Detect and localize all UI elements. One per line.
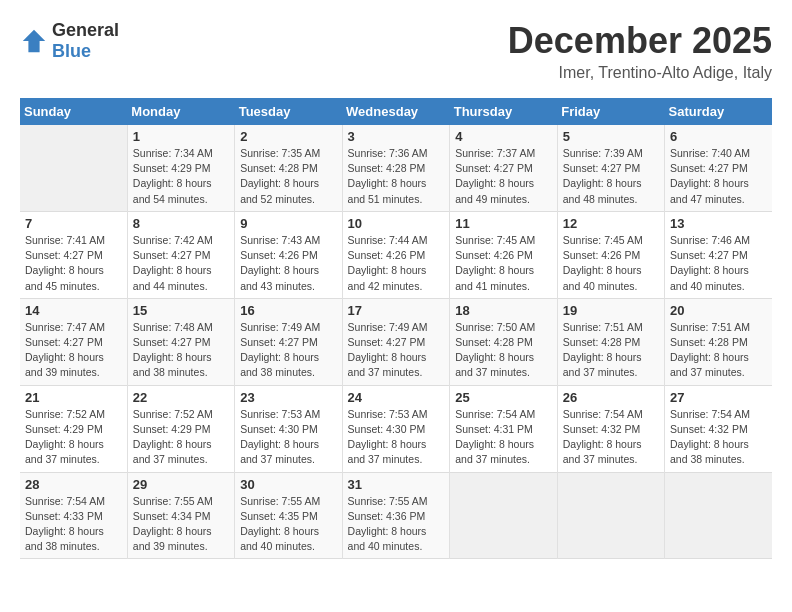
day-number: 13 — [670, 216, 767, 231]
calendar-cell — [557, 472, 664, 559]
day-number: 15 — [133, 303, 229, 318]
calendar-cell: 8Sunrise: 7:42 AM Sunset: 4:27 PM Daylig… — [127, 211, 234, 298]
day-info: Sunrise: 7:51 AM Sunset: 4:28 PM Dayligh… — [563, 320, 659, 381]
day-number: 21 — [25, 390, 122, 405]
day-number: 8 — [133, 216, 229, 231]
calendar-cell: 20Sunrise: 7:51 AM Sunset: 4:28 PM Dayli… — [665, 298, 773, 385]
day-number: 9 — [240, 216, 336, 231]
calendar-cell: 11Sunrise: 7:45 AM Sunset: 4:26 PM Dayli… — [450, 211, 557, 298]
calendar-week-row: 28Sunrise: 7:54 AM Sunset: 4:33 PM Dayli… — [20, 472, 772, 559]
calendar-cell: 18Sunrise: 7:50 AM Sunset: 4:28 PM Dayli… — [450, 298, 557, 385]
day-number: 12 — [563, 216, 659, 231]
col-saturday: Saturday — [665, 98, 773, 125]
logo-text-blue: Blue — [52, 41, 91, 61]
day-info: Sunrise: 7:34 AM Sunset: 4:29 PM Dayligh… — [133, 146, 229, 207]
day-info: Sunrise: 7:47 AM Sunset: 4:27 PM Dayligh… — [25, 320, 122, 381]
calendar-cell: 6Sunrise: 7:40 AM Sunset: 4:27 PM Daylig… — [665, 125, 773, 211]
col-tuesday: Tuesday — [235, 98, 342, 125]
calendar-cell: 22Sunrise: 7:52 AM Sunset: 4:29 PM Dayli… — [127, 385, 234, 472]
day-info: Sunrise: 7:53 AM Sunset: 4:30 PM Dayligh… — [348, 407, 445, 468]
day-number: 20 — [670, 303, 767, 318]
day-info: Sunrise: 7:37 AM Sunset: 4:27 PM Dayligh… — [455, 146, 551, 207]
calendar-cell: 2Sunrise: 7:35 AM Sunset: 4:28 PM Daylig… — [235, 125, 342, 211]
day-number: 5 — [563, 129, 659, 144]
day-info: Sunrise: 7:55 AM Sunset: 4:34 PM Dayligh… — [133, 494, 229, 555]
day-info: Sunrise: 7:42 AM Sunset: 4:27 PM Dayligh… — [133, 233, 229, 294]
col-sunday: Sunday — [20, 98, 127, 125]
location-subtitle: Imer, Trentino-Alto Adige, Italy — [508, 64, 772, 82]
day-info: Sunrise: 7:55 AM Sunset: 4:36 PM Dayligh… — [348, 494, 445, 555]
calendar-cell: 29Sunrise: 7:55 AM Sunset: 4:34 PM Dayli… — [127, 472, 234, 559]
day-info: Sunrise: 7:52 AM Sunset: 4:29 PM Dayligh… — [25, 407, 122, 468]
calendar-cell — [450, 472, 557, 559]
day-number: 11 — [455, 216, 551, 231]
calendar-table: Sunday Monday Tuesday Wednesday Thursday… — [20, 98, 772, 559]
calendar-cell: 14Sunrise: 7:47 AM Sunset: 4:27 PM Dayli… — [20, 298, 127, 385]
day-info: Sunrise: 7:48 AM Sunset: 4:27 PM Dayligh… — [133, 320, 229, 381]
calendar-cell: 13Sunrise: 7:46 AM Sunset: 4:27 PM Dayli… — [665, 211, 773, 298]
calendar-cell: 31Sunrise: 7:55 AM Sunset: 4:36 PM Dayli… — [342, 472, 450, 559]
calendar-cell: 3Sunrise: 7:36 AM Sunset: 4:28 PM Daylig… — [342, 125, 450, 211]
calendar-cell: 16Sunrise: 7:49 AM Sunset: 4:27 PM Dayli… — [235, 298, 342, 385]
calendar-cell: 30Sunrise: 7:55 AM Sunset: 4:35 PM Dayli… — [235, 472, 342, 559]
calendar-cell: 28Sunrise: 7:54 AM Sunset: 4:33 PM Dayli… — [20, 472, 127, 559]
calendar-cell: 26Sunrise: 7:54 AM Sunset: 4:32 PM Dayli… — [557, 385, 664, 472]
logo-icon — [20, 27, 48, 55]
svg-marker-0 — [23, 30, 45, 52]
day-number: 19 — [563, 303, 659, 318]
calendar-cell: 4Sunrise: 7:37 AM Sunset: 4:27 PM Daylig… — [450, 125, 557, 211]
calendar-week-row: 1Sunrise: 7:34 AM Sunset: 4:29 PM Daylig… — [20, 125, 772, 211]
day-info: Sunrise: 7:46 AM Sunset: 4:27 PM Dayligh… — [670, 233, 767, 294]
calendar-week-row: 21Sunrise: 7:52 AM Sunset: 4:29 PM Dayli… — [20, 385, 772, 472]
calendar-cell: 21Sunrise: 7:52 AM Sunset: 4:29 PM Dayli… — [20, 385, 127, 472]
page-header: General Blue December 2025 Imer, Trentin… — [20, 20, 772, 82]
day-info: Sunrise: 7:44 AM Sunset: 4:26 PM Dayligh… — [348, 233, 445, 294]
col-wednesday: Wednesday — [342, 98, 450, 125]
calendar-cell: 1Sunrise: 7:34 AM Sunset: 4:29 PM Daylig… — [127, 125, 234, 211]
day-number: 28 — [25, 477, 122, 492]
day-number: 4 — [455, 129, 551, 144]
day-info: Sunrise: 7:49 AM Sunset: 4:27 PM Dayligh… — [348, 320, 445, 381]
day-info: Sunrise: 7:41 AM Sunset: 4:27 PM Dayligh… — [25, 233, 122, 294]
day-info: Sunrise: 7:43 AM Sunset: 4:26 PM Dayligh… — [240, 233, 336, 294]
day-number: 29 — [133, 477, 229, 492]
calendar-cell: 15Sunrise: 7:48 AM Sunset: 4:27 PM Dayli… — [127, 298, 234, 385]
calendar-cell: 24Sunrise: 7:53 AM Sunset: 4:30 PM Dayli… — [342, 385, 450, 472]
day-number: 3 — [348, 129, 445, 144]
logo: General Blue — [20, 20, 119, 62]
calendar-cell: 10Sunrise: 7:44 AM Sunset: 4:26 PM Dayli… — [342, 211, 450, 298]
day-number: 22 — [133, 390, 229, 405]
day-number: 10 — [348, 216, 445, 231]
day-info: Sunrise: 7:50 AM Sunset: 4:28 PM Dayligh… — [455, 320, 551, 381]
day-number: 6 — [670, 129, 767, 144]
calendar-cell: 5Sunrise: 7:39 AM Sunset: 4:27 PM Daylig… — [557, 125, 664, 211]
calendar-cell: 17Sunrise: 7:49 AM Sunset: 4:27 PM Dayli… — [342, 298, 450, 385]
calendar-cell: 12Sunrise: 7:45 AM Sunset: 4:26 PM Dayli… — [557, 211, 664, 298]
day-info: Sunrise: 7:53 AM Sunset: 4:30 PM Dayligh… — [240, 407, 336, 468]
day-info: Sunrise: 7:52 AM Sunset: 4:29 PM Dayligh… — [133, 407, 229, 468]
day-number: 17 — [348, 303, 445, 318]
day-number: 30 — [240, 477, 336, 492]
day-info: Sunrise: 7:35 AM Sunset: 4:28 PM Dayligh… — [240, 146, 336, 207]
day-number: 7 — [25, 216, 122, 231]
calendar-cell: 23Sunrise: 7:53 AM Sunset: 4:30 PM Dayli… — [235, 385, 342, 472]
day-info: Sunrise: 7:54 AM Sunset: 4:32 PM Dayligh… — [670, 407, 767, 468]
calendar-cell: 25Sunrise: 7:54 AM Sunset: 4:31 PM Dayli… — [450, 385, 557, 472]
day-number: 1 — [133, 129, 229, 144]
day-number: 18 — [455, 303, 551, 318]
day-number: 23 — [240, 390, 336, 405]
calendar-week-row: 7Sunrise: 7:41 AM Sunset: 4:27 PM Daylig… — [20, 211, 772, 298]
day-info: Sunrise: 7:49 AM Sunset: 4:27 PM Dayligh… — [240, 320, 336, 381]
day-number: 26 — [563, 390, 659, 405]
calendar-cell: 7Sunrise: 7:41 AM Sunset: 4:27 PM Daylig… — [20, 211, 127, 298]
month-year-title: December 2025 — [508, 20, 772, 62]
calendar-week-row: 14Sunrise: 7:47 AM Sunset: 4:27 PM Dayli… — [20, 298, 772, 385]
day-info: Sunrise: 7:45 AM Sunset: 4:26 PM Dayligh… — [563, 233, 659, 294]
calendar-cell — [665, 472, 773, 559]
day-number: 27 — [670, 390, 767, 405]
logo-text-general: General — [52, 20, 119, 40]
calendar-cell: 19Sunrise: 7:51 AM Sunset: 4:28 PM Dayli… — [557, 298, 664, 385]
calendar-cell: 9Sunrise: 7:43 AM Sunset: 4:26 PM Daylig… — [235, 211, 342, 298]
col-friday: Friday — [557, 98, 664, 125]
day-number: 14 — [25, 303, 122, 318]
